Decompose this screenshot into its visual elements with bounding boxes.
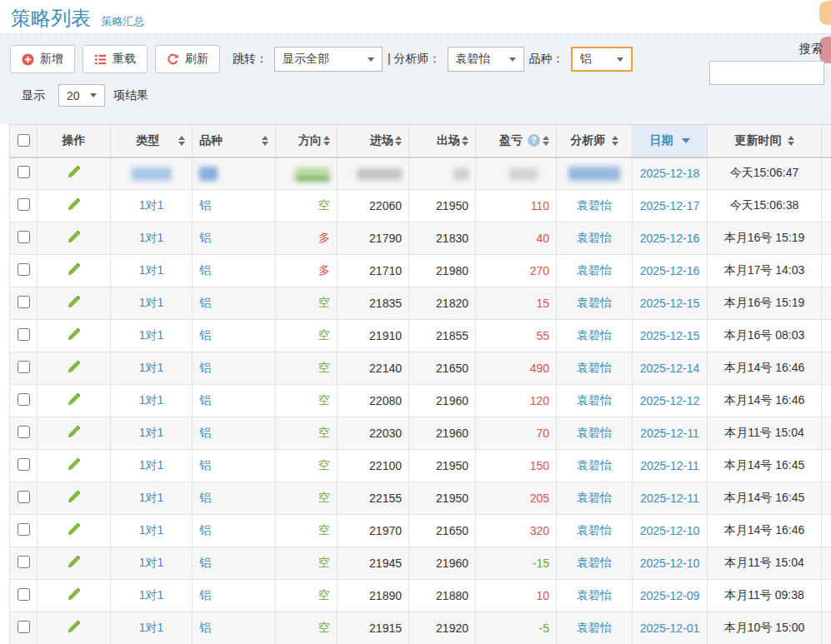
edit-pencil-icon[interactable] bbox=[67, 197, 81, 212]
variety-select[interactable]: 铝 bbox=[571, 47, 633, 72]
analyst-link[interactable]: 袁碧怡 bbox=[577, 588, 612, 602]
edit-pencil-icon[interactable] bbox=[67, 425, 81, 439]
date-link[interactable]: 2025-12-10 bbox=[640, 524, 700, 537]
row-checkbox[interactable] bbox=[18, 426, 30, 438]
date-link[interactable]: 2025-12-10 bbox=[640, 557, 700, 570]
row-checkbox[interactable] bbox=[18, 166, 30, 178]
variety-link[interactable]: 铝 bbox=[199, 491, 211, 504]
date-link[interactable]: 2025-12-12 bbox=[640, 394, 700, 407]
edit-pencil-icon[interactable] bbox=[67, 295, 81, 309]
date-link[interactable]: 2025-12-11 bbox=[640, 492, 699, 505]
variety-link[interactable]: 铝 bbox=[199, 393, 211, 407]
reload-button[interactable]: 重载 bbox=[83, 45, 148, 73]
date-link[interactable]: 2025-12-14 bbox=[640, 362, 700, 375]
column-header-entry[interactable]: 进场 bbox=[338, 125, 409, 157]
edge-shortcut-orange-button[interactable] bbox=[819, 1, 831, 25]
row-checkbox[interactable] bbox=[18, 588, 30, 601]
column-header-date[interactable]: 日期 bbox=[633, 125, 708, 157]
type-link[interactable]: 1对1 bbox=[139, 393, 164, 407]
row-checkbox[interactable] bbox=[18, 296, 30, 308]
edit-pencil-icon[interactable] bbox=[67, 522, 81, 537]
row-checkbox[interactable] bbox=[18, 361, 30, 373]
date-link[interactable]: 2025-12-16 bbox=[640, 232, 700, 245]
analyst-link[interactable]: 袁碧怡 bbox=[577, 231, 612, 244]
summary-link[interactable]: 策略汇总 bbox=[101, 14, 144, 29]
analyst-link[interactable]: 袁碧怡 bbox=[577, 328, 612, 342]
page-size-select[interactable]: 20 bbox=[58, 84, 105, 107]
type-link[interactable]: 1对1 bbox=[139, 328, 164, 342]
jump-select[interactable]: 显示全部 bbox=[274, 47, 383, 72]
column-header-pnl[interactable]: 盈亏 ? bbox=[476, 125, 557, 157]
edit-pencil-icon[interactable] bbox=[67, 620, 81, 634]
variety-link[interactable]: 铝 bbox=[199, 328, 211, 342]
row-checkbox[interactable] bbox=[18, 491, 30, 503]
variety-link[interactable]: 铝 bbox=[199, 621, 211, 634]
edit-pencil-icon[interactable] bbox=[67, 457, 81, 472]
analyst-link[interactable]: 袁碧怡 bbox=[577, 263, 612, 277]
analyst-link[interactable]: 袁碧怡 bbox=[577, 393, 612, 407]
variety-link[interactable]: 铝 bbox=[199, 458, 211, 472]
analyst-link[interactable]: 袁碧怡 bbox=[577, 523, 612, 537]
analyst-link[interactable]: 袁碧怡 bbox=[577, 296, 612, 309]
type-link[interactable]: 1对1 bbox=[139, 426, 164, 439]
row-checkbox[interactable] bbox=[18, 621, 30, 633]
edit-pencil-icon[interactable] bbox=[67, 230, 81, 244]
column-header-exit[interactable]: 出场 bbox=[409, 125, 476, 157]
add-button[interactable]: 新增 bbox=[10, 45, 75, 73]
help-icon[interactable]: ? bbox=[528, 134, 540, 147]
date-link[interactable]: 2025-12-11 bbox=[640, 427, 699, 440]
edit-pencil-icon[interactable] bbox=[67, 262, 81, 277]
type-link[interactable]: 1对1 bbox=[139, 296, 164, 309]
edit-pencil-icon[interactable] bbox=[67, 392, 81, 407]
type-link[interactable]: 1对1 bbox=[139, 231, 164, 244]
type-link[interactable]: 1对1 bbox=[139, 588, 164, 602]
date-link[interactable]: 2025-12-11 bbox=[640, 459, 699, 472]
type-link[interactable]: 1对1 bbox=[139, 556, 164, 569]
column-header-updated[interactable]: 更新时间 bbox=[708, 125, 822, 157]
date-link[interactable]: 2025-12-09 bbox=[640, 589, 700, 602]
variety-link[interactable]: 铝 bbox=[199, 231, 211, 244]
variety-link[interactable]: 铝 bbox=[199, 296, 211, 309]
variety-link[interactable]: 铝 bbox=[199, 523, 211, 537]
row-checkbox[interactable] bbox=[18, 393, 30, 406]
edit-pencil-icon[interactable] bbox=[67, 555, 81, 569]
date-link[interactable]: 2025-12-01 bbox=[640, 622, 700, 635]
type-link[interactable]: 1对1 bbox=[139, 491, 164, 504]
edit-pencil-icon[interactable] bbox=[67, 490, 81, 504]
analyst-link[interactable]: 袁碧怡 bbox=[577, 361, 612, 374]
variety-link[interactable]: 铝 bbox=[199, 588, 211, 602]
column-header-analyst[interactable]: 分析师 bbox=[557, 125, 633, 157]
type-link[interactable]: 1对1 bbox=[139, 263, 164, 277]
analyst-link[interactable]: 袁碧怡 bbox=[577, 198, 612, 212]
refresh-button[interactable]: 刷新 bbox=[155, 45, 220, 73]
row-checkbox[interactable] bbox=[18, 556, 30, 568]
select-all-checkbox[interactable] bbox=[18, 134, 30, 147]
analyst-link[interactable]: 袁碧怡 bbox=[577, 458, 612, 472]
variety-link[interactable]: 铝 bbox=[199, 361, 211, 374]
date-link[interactable]: 2025-12-15 bbox=[640, 329, 700, 342]
search-input[interactable] bbox=[709, 61, 824, 85]
analyst-link[interactable]: 袁碧怡 bbox=[577, 621, 612, 634]
type-link[interactable]: 1对1 bbox=[139, 361, 164, 374]
edit-pencil-icon[interactable] bbox=[67, 587, 81, 602]
variety-link[interactable]: 铝 bbox=[199, 426, 211, 439]
type-link[interactable]: 1对1 bbox=[139, 523, 164, 537]
row-checkbox[interactable] bbox=[18, 231, 30, 243]
row-checkbox[interactable] bbox=[18, 263, 30, 276]
analyst-link[interactable]: 袁碧怡 bbox=[577, 556, 612, 569]
edit-pencil-icon[interactable] bbox=[67, 327, 81, 342]
variety-link[interactable]: 铝 bbox=[199, 556, 211, 569]
edit-pencil-icon[interactable] bbox=[67, 165, 81, 179]
analyst-link[interactable]: 袁碧怡 bbox=[577, 491, 612, 504]
date-link[interactable]: 2025-12-16 bbox=[640, 264, 700, 277]
edit-pencil-icon[interactable] bbox=[67, 360, 81, 374]
row-checkbox[interactable] bbox=[18, 523, 30, 536]
column-header-direction[interactable]: 方向 bbox=[276, 125, 338, 157]
type-link[interactable]: 1对1 bbox=[139, 198, 164, 212]
row-checkbox[interactable] bbox=[18, 458, 30, 471]
variety-link[interactable]: 铝 bbox=[199, 263, 211, 277]
date-link[interactable]: 2025-12-15 bbox=[640, 297, 700, 310]
row-checkbox[interactable] bbox=[18, 328, 30, 341]
type-link[interactable]: 1对1 bbox=[139, 621, 164, 634]
column-header-type[interactable]: 类型 bbox=[111, 125, 193, 157]
